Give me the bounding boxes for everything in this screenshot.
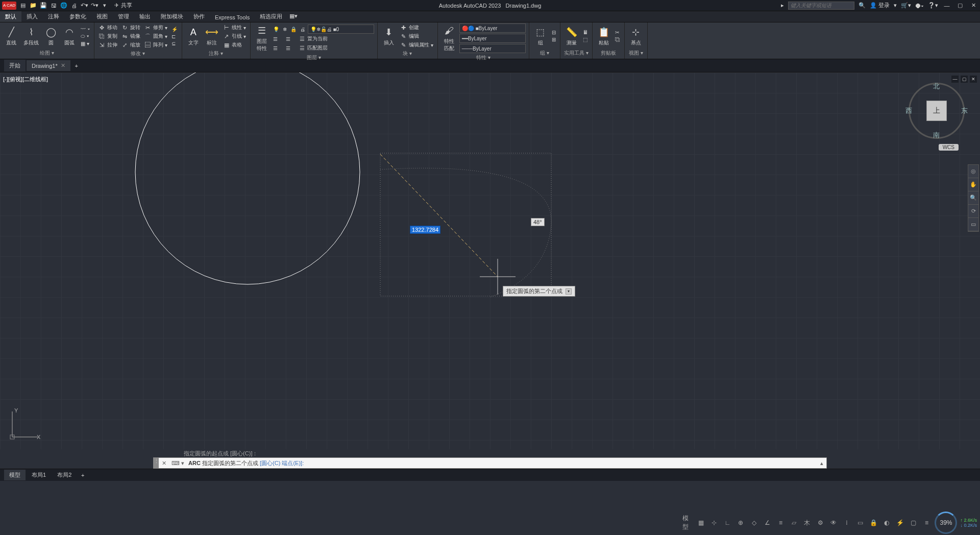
copy-button[interactable]: ⿻复制 xyxy=(97,32,118,40)
tab-featured[interactable]: 精选应用 xyxy=(255,11,287,22)
nav-wheel-icon[interactable]: ◎ xyxy=(968,165,978,178)
stretch-button[interactable]: ⇲拉伸 xyxy=(97,41,118,49)
app-logo[interactable]: A CAD xyxy=(2,2,16,10)
tab-annotate[interactable]: 注释 xyxy=(43,11,64,22)
group-edit-icon[interactable]: ⊞ xyxy=(551,36,557,43)
panel-title[interactable]: 组 ▾ xyxy=(532,48,557,58)
tab-collab[interactable]: 协作 xyxy=(188,11,210,22)
panel-title[interactable]: 实用工具 ▾ xyxy=(564,48,589,58)
command-line[interactable]: ⋮ ✕ ⌨ ▾ ARC 指定圆弧的第二个点或 [圆心(C) 端点(E)]: ▴ xyxy=(153,457,827,469)
cmdline-close-icon[interactable]: ✕ xyxy=(159,460,169,467)
create-block-button[interactable]: ✚创建 xyxy=(399,23,434,32)
search-icon[interactable]: 🔍 xyxy=(859,2,866,9)
transparency-toggle-icon[interactable]: ▱ xyxy=(789,518,799,528)
layer-off-icon[interactable]: 💡 xyxy=(272,25,280,34)
grid-toggle-icon[interactable]: ▦ xyxy=(696,518,706,528)
tab-output[interactable]: 输出 xyxy=(134,11,156,22)
color-dropdown[interactable]: 🔴🔵 ■ ByLayer xyxy=(459,23,526,33)
view-cube[interactable]: 上 北 南 东 西 xyxy=(909,83,965,139)
tab-parametric[interactable]: 参数化 xyxy=(64,11,91,22)
apps-icon[interactable]: ▦▾ xyxy=(289,13,299,22)
layer-dropdown[interactable]: 💡❄🔓🖨 ■ 0 xyxy=(308,25,374,34)
tab-insert[interactable]: 插入 xyxy=(21,11,43,22)
erase-icon[interactable]: ⊆ xyxy=(170,40,179,47)
wcs-label[interactable]: WCS xyxy=(939,144,959,151)
group-button[interactable]: ⬚组 xyxy=(532,25,549,47)
model-space-button[interactable]: 模型 xyxy=(682,518,693,528)
panel-title[interactable]: 块 ▾ xyxy=(381,49,434,58)
scale-button[interactable]: ⤢缩放 xyxy=(120,41,141,49)
app-store-icon[interactable]: ▾ xyxy=(894,2,897,9)
model-tab[interactable]: 模型 xyxy=(4,470,26,480)
add-tab-button[interactable]: + xyxy=(71,63,82,69)
leader-button[interactable]: ↗引线 ▾ xyxy=(222,32,247,40)
clean-screen-icon[interactable]: ▢ xyxy=(908,518,918,528)
cut-icon[interactable]: ✂ xyxy=(614,29,621,36)
array-button[interactable]: ⿳阵列 ▾ xyxy=(143,41,168,49)
close-button[interactable]: ✕ xyxy=(969,1,978,10)
start-tab[interactable]: 开始 xyxy=(4,60,26,71)
set-current-button[interactable]: ☰置为当前 xyxy=(298,35,329,43)
tab-addins[interactable]: 附加模块 xyxy=(156,11,188,22)
cart-icon[interactable]: 🛒▾ xyxy=(901,2,911,9)
nav-pan-icon[interactable]: ✋ xyxy=(968,178,978,191)
measure-button[interactable]: 📏测量 xyxy=(564,25,580,47)
layout2-tab[interactable]: 布局2 xyxy=(52,470,77,480)
spline-icon[interactable]: 〰 ▾ xyxy=(80,26,91,32)
autodesk-icon[interactable]: ⯃▾ xyxy=(915,3,924,9)
move-button[interactable]: ✥移动 xyxy=(97,23,118,32)
lineweight-dropdown[interactable]: ━━ ByLayer xyxy=(459,34,526,43)
viewcube-top-face[interactable]: 上 xyxy=(926,101,947,121)
dynamic-distance-input[interactable]: 1322.7284 xyxy=(410,226,440,234)
cmdline-grip[interactable]: ⋮ xyxy=(154,458,159,468)
isolate-icon[interactable]: ◐ xyxy=(881,518,892,528)
tab-manage[interactable]: 管理 xyxy=(113,11,134,22)
polar-toggle-icon[interactable]: ⊕ xyxy=(736,518,746,528)
web-icon[interactable]: 🌐 xyxy=(59,1,68,10)
edit-attr-button[interactable]: ✎编辑属性 ▾ xyxy=(399,41,434,49)
layout1-tab[interactable]: 布局1 xyxy=(27,470,51,480)
panel-title[interactable]: 修改 ▾ xyxy=(97,49,179,58)
dimension-button[interactable]: ⟷标注 xyxy=(204,25,220,47)
close-tab-icon[interactable]: ✕ xyxy=(61,62,65,69)
ellipse-icon[interactable]: ⬭ ▾ xyxy=(80,33,91,40)
anno-scale-icon[interactable]: ⽊ xyxy=(802,518,812,528)
command-text[interactable]: ARC 指定圆弧的第二个点或 [圆心(C) 端点(E)]: xyxy=(186,459,817,467)
ungroup-icon[interactable]: ⊟ xyxy=(551,29,557,36)
polyline-button[interactable]: ⌇多段线 xyxy=(21,25,41,47)
layer-on-icon[interactable]: ☰ xyxy=(272,44,279,52)
tab-express[interactable]: Express Tools xyxy=(210,13,255,22)
lock-ui-icon[interactable]: 🔒 xyxy=(868,518,878,528)
nav-orbit-icon[interactable]: ⟳ xyxy=(968,205,978,218)
table-button[interactable]: ▦表格 xyxy=(222,41,247,49)
saveas-icon[interactable]: 🖫 xyxy=(49,1,58,10)
insert-button[interactable]: ⬇插入 xyxy=(381,25,397,47)
tab-default[interactable]: 默认 xyxy=(0,11,21,22)
layer-lock-icon[interactable]: 🔒 xyxy=(289,25,298,34)
nav-zoom-icon[interactable]: 🔍 xyxy=(968,191,978,205)
dir-north[interactable]: 北 xyxy=(933,82,940,91)
panel-title[interactable]: 图层 ▾ xyxy=(254,53,374,62)
copy-clip-icon[interactable]: ⿻ xyxy=(614,36,621,43)
dir-east[interactable]: 东 xyxy=(961,106,968,115)
text-button[interactable]: A文字 xyxy=(185,25,202,47)
search-input[interactable] xyxy=(788,2,854,10)
cmdline-history-icon[interactable]: ▴ xyxy=(817,460,826,467)
explode-icon[interactable]: ⚡ xyxy=(170,26,179,33)
calc-icon[interactable]: 🖩 xyxy=(582,29,589,36)
otrack-toggle-icon[interactable]: ∠ xyxy=(762,518,772,528)
layer-plot-icon[interactable]: 🖨 xyxy=(299,25,306,34)
tab-view[interactable]: 视图 xyxy=(91,11,113,22)
drawing-tab[interactable]: Drawing1*✕ xyxy=(27,60,70,71)
arc-button[interactable]: ◠圆弧 xyxy=(61,25,78,47)
linear-button[interactable]: ⊢线性 ▾ xyxy=(222,23,247,32)
linetype-dropdown[interactable]: ─── ByLayer xyxy=(459,44,526,53)
hardware-accel-icon[interactable]: ⚡ xyxy=(895,518,905,528)
drawing-canvas[interactable]: [-][俯视][二维线框] — ▢ ✕ 1322.7284 48° 指定圆弧的第… xyxy=(0,72,980,449)
lineweight-toggle-icon[interactable]: ≡ xyxy=(775,518,786,528)
dir-west[interactable]: 西 xyxy=(905,106,912,115)
open-icon[interactable]: 📁 xyxy=(29,1,38,10)
mirror-button[interactable]: ⇋镜像 xyxy=(120,32,141,40)
fillet-button[interactable]: ⌒圆角 ▾ xyxy=(143,32,168,40)
login-button[interactable]: 👤 登录 xyxy=(870,2,890,9)
